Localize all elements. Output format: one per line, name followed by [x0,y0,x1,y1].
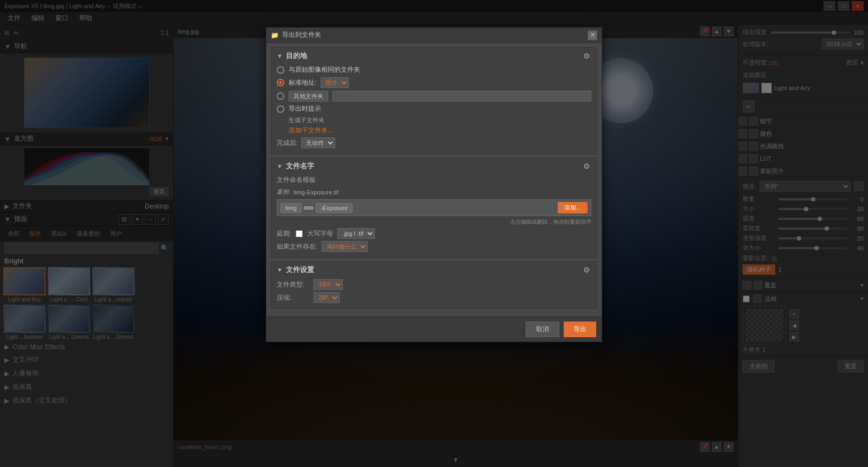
same-folder-label: 与原始图像相同的文件夹 [289,65,360,74]
export-button[interactable]: 导出 [564,321,596,337]
filename-gear-btn[interactable]: ⚙ [582,162,591,171]
option-standard-addr: 标准地址: 图片 [277,77,591,88]
filesettings-gear-wrap: ⚙ [582,266,591,274]
after-select[interactable]: 无动作 [301,137,335,148]
destination-arrow: ▼ [277,53,283,59]
chip-sep[interactable] [304,206,314,210]
uppercase-checkbox[interactable] [296,230,303,237]
filename-hint: 点击编辑或删除；拖动到重新排序 [277,218,591,226]
filename-title: 文件名字 [286,161,314,171]
filesettings-header: ▼ 文件设置 ⚙ [277,265,591,275]
other-folder-input[interactable] [333,91,591,102]
option-same-folder: 与原始图像相同的文件夹 [277,65,591,74]
option-prompt: 导出时提示 [277,104,591,113]
dialog-title-bar: 📁 导出到文件夹 ✕ [266,28,602,43]
conflict-select[interactable]: 询问做什么 [322,241,368,252]
dialog-folder-icon: 📁 [271,31,279,39]
chip-2[interactable]: -Exposure [316,203,353,213]
radio-standard-addr[interactable] [277,79,284,86]
dialog-body: ▼ 目的地 ⚙ 与原始图像相同的文件夹 标准地址: 图片 [266,43,602,317]
uppercase-label: 大写字母 [307,229,333,238]
destination-section: ▼ 目的地 ⚙ 与原始图像相同的文件夹 标准地址: 图片 [271,47,597,154]
prompt-label: 导出时提示 [289,104,321,113]
add-subfolder-link[interactable]: 添加子文件夹... [289,126,591,135]
compress-select[interactable]: ZIP [314,292,340,303]
filetype-label: 文件类型: [277,280,309,289]
conflict-label: 如果文件存在: [277,242,317,251]
after-row: 完成后: 无动作 [277,137,591,148]
ext-select[interactable]: .jpg / .tif [337,228,375,239]
filetype-select[interactable]: TIFF [314,279,343,290]
standard-addr-label: 标准地址: [289,78,316,87]
dialog-footer: 取消 导出 [266,317,602,342]
filename-section: ▼ 文件名字 ⚙ 文件命名模板 案例: timg-Exposure.tif [271,157,597,258]
compress-row: 压缩: ZIP [277,292,591,303]
export-dialog: 📁 导出到文件夹 ✕ ▼ 目的地 ⚙ 与原始图像相同的文件夹 [266,27,602,342]
option-other-folder: 其他文件夹 [277,91,591,102]
destination-header: ▼ 目的地 ⚙ [277,51,591,61]
destination-title: 目的地 [286,51,307,61]
radio-same-folder[interactable] [277,66,284,74]
chips-row: timg -Exposure [280,203,353,213]
filesettings-arrow: ▼ [277,267,283,273]
after-label: 完成后: [277,138,298,148]
template-label: 文件命名模板 [277,175,316,185]
subfolder-label: 生成子文件夹 [289,116,591,124]
radio-prompt[interactable] [277,105,284,113]
filename-arrow: ▼ [277,163,283,169]
conflict-row: 如果文件存在: 询问做什么 [277,241,591,252]
radio-other-folder[interactable] [277,92,284,100]
example-row: 案例: timg-Exposure.tif [277,188,591,196]
compress-label: 压缩: [277,293,309,302]
filesettings-gear-btn[interactable]: ⚙ [582,266,591,274]
cancel-button[interactable]: 取消 [526,321,559,337]
template-row: 文件命名模板 [277,175,591,185]
destination-gear-btn[interactable]: ⚙ [582,52,591,60]
dialog-overlay: 📁 导出到文件夹 ✕ ▼ 目的地 ⚙ 与原始图像相同的文件夹 [0,0,868,467]
filetype-row: 文件类型: TIFF [277,279,591,290]
dialog-close-btn[interactable]: ✕ [588,30,597,40]
filename-gear-wrap: ⚙ [582,162,591,171]
destination-gear-icon: ⚙ [582,52,591,60]
subfolder-row: 生成子文件夹 添加子文件夹... [277,116,591,135]
add-chip-btn[interactable]: 添加... [558,202,588,213]
filesettings-title: 文件设置 [286,265,314,275]
dialog-title-text: 导出到文件夹 [282,30,588,40]
extension-row: 延期: 大写字母 .jpg / .tif [277,228,591,239]
chip-0[interactable]: timg [280,203,302,213]
file-settings-section: ▼ 文件设置 ⚙ 文件类型: TIFF 压缩: ZIP [271,261,597,309]
ext-label: 延期: [277,229,291,238]
filename-header: ▼ 文件名字 ⚙ [277,161,591,171]
other-folder-btn[interactable]: 其他文件夹 [289,91,328,102]
standard-addr-select[interactable]: 图片 [321,77,349,88]
example-value: timg-Exposure.tif [293,189,339,195]
example-label: 案例: [277,188,290,196]
filename-chips-area: timg -Exposure 添加... [277,199,591,216]
